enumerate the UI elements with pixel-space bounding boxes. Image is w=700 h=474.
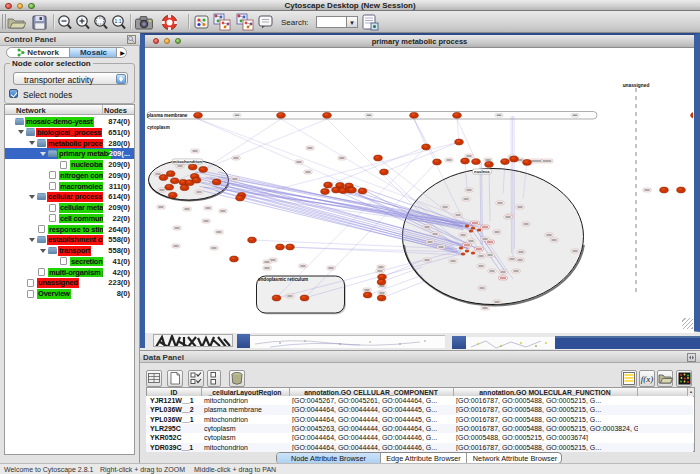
svg-text:nucleus: nucleus xyxy=(474,169,490,174)
svg-text:1:1: 1:1 xyxy=(115,18,122,24)
svg-text:plasma membrane: plasma membrane xyxy=(147,113,188,118)
svg-text:unassigned: unassigned xyxy=(623,83,650,88)
svg-text:f(x): f(x) xyxy=(641,374,654,384)
svg-text:mitochondrion: mitochondrion xyxy=(173,159,203,164)
svg-text:cytoplasm: cytoplasm xyxy=(147,125,170,130)
svg-text:endoplasmic reticulum: endoplasmic reticulum xyxy=(258,277,308,282)
